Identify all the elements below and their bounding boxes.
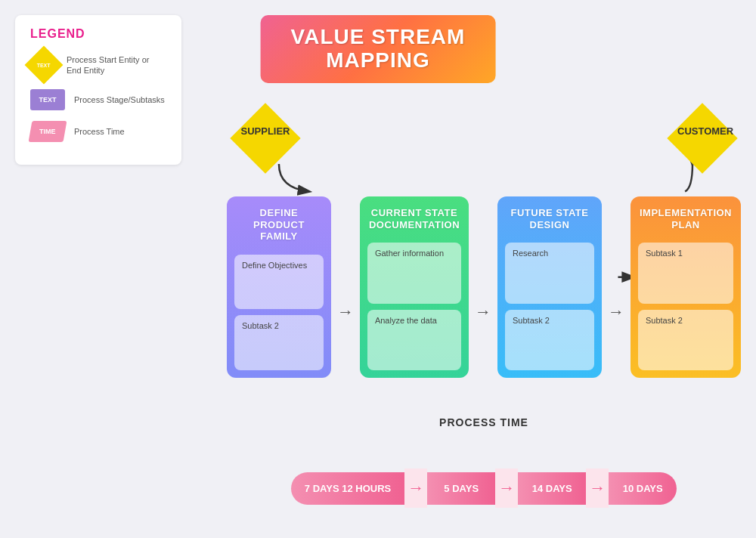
time-value-3: 10 DAYS bbox=[609, 472, 677, 505]
supplier-entity: SUPPLIER bbox=[240, 113, 290, 163]
stage-future-subtask2: Subtask 2 bbox=[505, 310, 594, 370]
time-value-2: 14 DAYS bbox=[518, 472, 586, 505]
title-container: VALUE STREAM MAPPING bbox=[261, 15, 496, 83]
customer-entity: CUSTOMER bbox=[677, 113, 727, 163]
stage-impl-subtask1: Subtask 1 bbox=[638, 243, 733, 303]
stage-future: FUTURE STATE DESIGN Research Subtask 2 bbox=[497, 196, 602, 378]
stage-future-subtask1: Research bbox=[505, 243, 594, 303]
stage-implementation-title: IMPLEMENTATION PLAN bbox=[638, 204, 733, 237]
main-title: VALUE STREAM MAPPING bbox=[291, 26, 466, 73]
legend-label-entity: Process Start Entity or End Entity bbox=[67, 54, 166, 76]
stage-future-title: FUTURE STATE DESIGN bbox=[505, 204, 594, 237]
stage-current-title: CURRENT STATE DOCUMENTATION bbox=[367, 204, 461, 237]
stage-current: CURRENT STATE DOCUMENTATION Gather infor… bbox=[360, 196, 469, 378]
legend-item-stage: TEXT Process Stage/Subtasks bbox=[30, 89, 166, 110]
stage-define-title: DEFINE PRODUCT FAMILY bbox=[234, 204, 324, 249]
legend-item-entity: TEXT Process Start Entity or End Entity bbox=[30, 51, 166, 79]
customer-label: CUSTOMER bbox=[677, 125, 727, 137]
time-bar: 7 DAYS 12 HOURS → 5 DAYS → 14 DAYS → 10 … bbox=[227, 468, 741, 508]
supplier-label: SUPPLIER bbox=[240, 125, 290, 137]
legend-title: LEGEND bbox=[30, 27, 166, 41]
stage-implementation: IMPLEMENTATION PLAN Subtask 1 Subtask 2 bbox=[631, 196, 741, 378]
legend-label-time: Process Time bbox=[74, 126, 125, 137]
legend-skew-text: TIME bbox=[39, 128, 56, 135]
stage-current-subtask2: Analyze the data bbox=[367, 310, 461, 370]
legend-label-stage: Process Stage/Subtasks bbox=[74, 94, 165, 105]
arrow-2-3: → bbox=[475, 196, 491, 322]
main-container: LEGEND TEXT Process Start Entity or End … bbox=[0, 0, 756, 538]
arrow-1-2: → bbox=[337, 196, 354, 322]
time-arrow-3: → bbox=[586, 468, 609, 508]
legend-diamond-text: TEXT bbox=[37, 62, 51, 67]
time-arrow-1: → bbox=[404, 468, 427, 508]
legend-item-time: TIME Process Time bbox=[30, 121, 166, 142]
stage-define: DEFINE PRODUCT FAMILY Define Objectives … bbox=[227, 196, 331, 378]
process-row: DEFINE PRODUCT FAMILY Define Objectives … bbox=[227, 196, 741, 378]
stage-impl-subtask2: Subtask 2 bbox=[638, 310, 733, 370]
process-time-label: PROCESS TIME bbox=[227, 416, 741, 428]
arrow-3-4: → bbox=[608, 196, 624, 322]
stage-define-subtask1: Define Objectives bbox=[234, 255, 324, 310]
time-value-1: 5 DAYS bbox=[427, 472, 495, 505]
stage-current-subtask1: Gather information bbox=[367, 243, 461, 303]
legend-panel: LEGEND TEXT Process Start Entity or End … bbox=[15, 15, 181, 165]
legend-rect-text: TEXT bbox=[39, 96, 56, 104]
time-arrow-2: → bbox=[495, 468, 518, 508]
time-value-0: 7 DAYS 12 HOURS bbox=[291, 472, 404, 505]
stage-define-subtask2: Subtask 2 bbox=[234, 315, 324, 370]
diagram-area: SUPPLIER CUSTOMER DEFINE PRODUCT FAMILY … bbox=[227, 106, 741, 523]
